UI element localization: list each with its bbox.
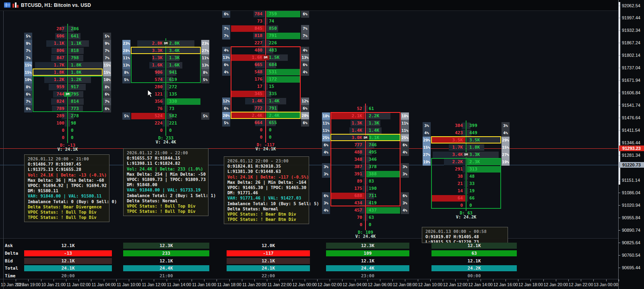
price-tick bbox=[619, 6, 620, 6]
ask-percent-chip: 7% bbox=[103, 98, 111, 105]
bid-percent-chip: 4% bbox=[222, 69, 230, 76]
tooltip-line: Max Delta: 26 | Min Delta: -164 bbox=[227, 180, 305, 185]
ask-volume-bar bbox=[366, 106, 367, 112]
chart-type-icon[interactable] bbox=[12, 2, 19, 8]
vpoc-row-box bbox=[330, 134, 400, 141]
time-tick bbox=[154, 279, 154, 281]
time-tick bbox=[292, 279, 293, 281]
tooltip-line: Vol: 24.1K | Delta: -13 (-0.1%) bbox=[28, 173, 106, 178]
time-tick bbox=[506, 279, 506, 281]
time-tick bbox=[468, 279, 468, 281]
time-tick bbox=[581, 279, 581, 281]
ask-volume-value: 0 bbox=[269, 127, 300, 134]
bid-volume-value: 0 bbox=[33, 127, 64, 134]
price-tick bbox=[619, 155, 620, 156]
bid-percent-chip: 4% bbox=[322, 207, 330, 214]
price-axis-label: 91476.64 bbox=[622, 115, 640, 120]
time-tick bbox=[530, 279, 531, 281]
bid-volume-bar bbox=[65, 120, 67, 127]
ask-volume-value: 278 bbox=[71, 112, 102, 120]
bid-volume-value: 784 bbox=[231, 10, 262, 18]
bid-percent-chip: 20% bbox=[222, 112, 230, 119]
time-tick bbox=[481, 279, 481, 281]
ask-percent-chip: 29% bbox=[502, 137, 510, 144]
price-axis[interactable]: 92062.5491997.4491932.3491867.2491802.14… bbox=[618, 0, 644, 289]
time-tick bbox=[606, 279, 607, 281]
ask-percent-chip: 8% bbox=[201, 69, 209, 76]
time-tick bbox=[556, 279, 556, 281]
bid-volume-value: 280 bbox=[131, 83, 163, 91]
price-axis-label: 91867.24 bbox=[622, 40, 640, 45]
tooltip-line: Imbalance Total: 10 (Buy: 5 Sell: 5) bbox=[227, 201, 305, 206]
ask-volume-value: 63 bbox=[369, 214, 400, 221]
bid-percent-chip: 29% bbox=[423, 137, 431, 144]
ask-volume-value: 798 bbox=[71, 54, 102, 62]
ask-volume-value: 330 bbox=[169, 98, 200, 105]
time-tick bbox=[66, 279, 66, 281]
time-tick bbox=[204, 279, 204, 281]
ask-percent-chip: 4% bbox=[401, 149, 409, 156]
tooltip-line: VPOC Status: ! Bull Top Div bbox=[28, 210, 106, 215]
bid-percent-chip: 4% bbox=[322, 149, 330, 156]
time-axis-label: 11 Jan 16:00 bbox=[192, 282, 216, 287]
time-axis-label: 11 Jan 20:00 bbox=[242, 282, 266, 287]
time-axis-label: 11 Jan 02:00 bbox=[66, 282, 91, 287]
price-tick bbox=[619, 30, 620, 31]
tooltip-line: VAH: 91848.00 | VAL: 91733.19 bbox=[127, 187, 205, 193]
time-tick bbox=[28, 279, 29, 281]
price-axis-label: 91541.74 bbox=[622, 103, 640, 108]
ask-percent-chip: 18% bbox=[401, 112, 409, 120]
bid-volume-bar bbox=[163, 120, 165, 127]
bid-price-box: 91220.73 bbox=[619, 162, 644, 168]
time-tick bbox=[342, 279, 343, 281]
ask-percent-chip: 6% bbox=[401, 141, 409, 149]
mouse-cursor bbox=[147, 89, 153, 98]
bid-percent-chip: 11% bbox=[322, 120, 330, 127]
ask-percent-chip: 25% bbox=[401, 134, 409, 141]
ask-volume-value: 0 bbox=[169, 127, 200, 134]
tooltip-line: Delta Status: Bear Divergence bbox=[28, 204, 106, 210]
market-watch-icon[interactable] bbox=[4, 2, 10, 8]
time-tick bbox=[405, 279, 405, 281]
chart-canvas[interactable]: 2872865%5%6066419%9%1.1K1.1K7%7%8068187%… bbox=[0, 0, 618, 289]
time-tick bbox=[167, 279, 167, 281]
time-axis[interactable]: 10 Jan 202610 Jan 19:0010 Jan 21:0011 Ja… bbox=[0, 279, 618, 289]
time-axis-label: 10 Jan 21:00 bbox=[41, 282, 66, 287]
ohlc-stats-tooltip: 2026.01.12 22:00 - 23:00O:91824.81 H:920… bbox=[224, 156, 309, 224]
tooltip-line: VAH: 91771.46 | VAL: 91427.03 bbox=[227, 195, 305, 201]
price-tick bbox=[619, 255, 620, 256]
bid-percent-chip: 3% bbox=[322, 170, 330, 178]
time-tick bbox=[192, 279, 192, 281]
time-axis-label: 11 Jan 04:00 bbox=[92, 282, 116, 287]
bid-percent-chip: 6% bbox=[322, 192, 330, 200]
tooltip-line: VPOC: 91694.92 | TPOC: 91694.92 bbox=[28, 183, 106, 188]
chart-title: BTCUSD, H1: Bitcoin vs. USD bbox=[21, 2, 91, 8]
price-range-bar[interactable] bbox=[619, 2, 620, 185]
time-tick bbox=[254, 279, 255, 281]
ask-volume-value: 2.8K bbox=[169, 40, 200, 47]
ask-percent-chip: 3% bbox=[401, 163, 409, 170]
vpoc-row-box bbox=[131, 47, 201, 54]
time-axis-label: 13 Jan 00:00 bbox=[594, 282, 618, 287]
tooltip-line: L:91381.30 C:91448.63 bbox=[227, 169, 305, 174]
time-tick bbox=[568, 279, 569, 281]
tooltip-line: VPOC Status: ! Bear Btm Div bbox=[227, 212, 305, 217]
time-axis-label: 12 Jan 02:00 bbox=[318, 282, 342, 287]
ask-volume-value: 399 bbox=[469, 122, 501, 129]
price-tick bbox=[619, 118, 620, 118]
profile-volume-label: V: 24.1K bbox=[43, 147, 92, 151]
ask-percent-chip: 3% bbox=[401, 170, 409, 178]
bid-volume-value: 423 bbox=[431, 129, 463, 137]
time-tick bbox=[16, 279, 16, 281]
bid-volume-value: 524 bbox=[131, 112, 163, 120]
tooltip-line: O:91655.57 H:91844.15 bbox=[127, 156, 205, 161]
bid-percent-chip: 7% bbox=[222, 32, 230, 40]
bid-volume-value: 0 bbox=[231, 127, 262, 134]
tooltip-line: VPOC: 91809.73 | TPOC: 91809.73 bbox=[127, 177, 205, 182]
bid-volume-value: 2.8K bbox=[131, 40, 163, 47]
ask-volume-value: 1.8K bbox=[71, 62, 102, 69]
ask-percent-chip: 12% bbox=[301, 98, 309, 105]
bid-percent-chip: 28% bbox=[122, 47, 130, 54]
price-tick bbox=[619, 93, 620, 93]
bid-percent-chip: 6% bbox=[24, 91, 32, 98]
